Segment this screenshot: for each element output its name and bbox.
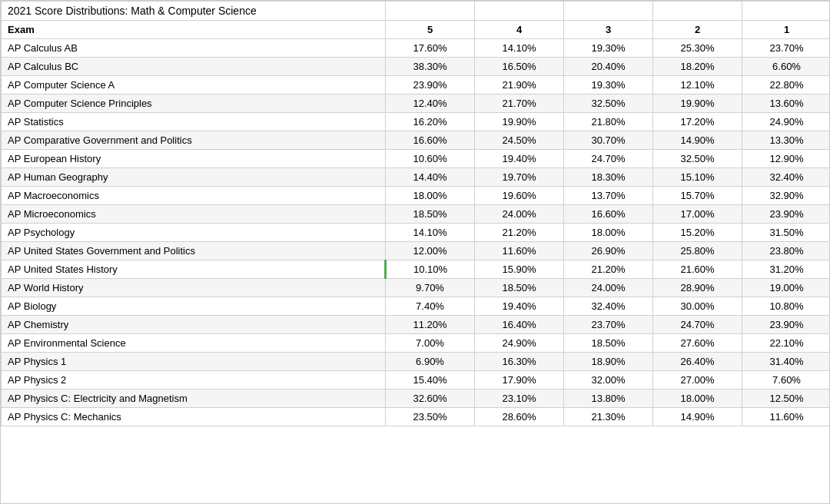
table-row: AP Statistics16.20%19.90%21.80%17.20%24.… [2, 113, 831, 131]
table-row: AP Environmental Science7.00%24.90%18.50… [2, 334, 831, 353]
exam-cell: AP Chemistry [2, 316, 386, 334]
exam-cell: AP Computer Science A [2, 76, 386, 94]
score-4-cell: 23.10% [475, 390, 564, 408]
score-2-cell: 21.60% [653, 260, 742, 279]
score-5-cell: 10.10% [386, 260, 475, 279]
table-row: AP Biology7.40%19.40%32.40%30.00%10.80% [2, 297, 831, 316]
score-4-cell: 18.50% [475, 279, 564, 297]
score-5-cell: 10.60% [386, 150, 475, 168]
score-3-cell: 13.70% [564, 187, 653, 205]
table-row: AP Calculus AB17.60%14.10%19.30%25.30%23… [2, 39, 831, 58]
score3-header: 3 [564, 21, 653, 39]
score-1-cell: 6.60% [742, 58, 831, 76]
score-4-cell: 16.30% [475, 353, 564, 371]
score-4-cell: 16.50% [475, 58, 564, 76]
score-4-cell: 24.00% [475, 205, 564, 224]
table-row: AP United States Government and Politics… [2, 242, 831, 260]
exam-cell: AP Psychology [2, 224, 386, 242]
exam-header: Exam [2, 21, 386, 39]
exam-cell: AP Physics 1 [2, 353, 386, 371]
exam-cell: AP Human Geography [2, 168, 386, 187]
score-2-cell: 30.00% [653, 297, 742, 316]
score-5-cell: 7.40% [386, 297, 475, 316]
score-2-cell: 15.70% [653, 187, 742, 205]
title-spacer-2 [653, 2, 742, 21]
score-1-cell: 23.70% [742, 39, 831, 58]
score-3-cell: 16.60% [564, 205, 653, 224]
score-5-cell: 23.50% [386, 408, 475, 426]
table-row: AP Physics 16.90%16.30%18.90%26.40%31.40… [2, 353, 831, 371]
table-row: AP Psychology14.10%21.20%18.00%15.20%31.… [2, 224, 831, 242]
score-2-cell: 15.10% [653, 168, 742, 187]
score-3-cell: 30.70% [564, 131, 653, 150]
score-3-cell: 24.00% [564, 279, 653, 297]
score-1-cell: 24.90% [742, 113, 831, 131]
table-row: AP Human Geography14.40%19.70%18.30%15.1… [2, 168, 831, 187]
table-body: AP Calculus AB17.60%14.10%19.30%25.30%23… [2, 39, 831, 426]
score1-header: 1 [742, 21, 831, 39]
score-4-cell: 19.40% [475, 150, 564, 168]
exam-cell: AP Physics C: Electricity and Magnetism [2, 390, 386, 408]
score-5-cell: 14.40% [386, 168, 475, 187]
title-spacer-1 [742, 2, 831, 21]
title-row: 2021 Score Distributions: Math & Compute… [2, 2, 831, 21]
score-5-cell: 15.40% [386, 371, 475, 390]
score-4-cell: 21.20% [475, 224, 564, 242]
exam-cell: AP Computer Science Principles [2, 94, 386, 113]
score-2-cell: 15.20% [653, 224, 742, 242]
score-1-cell: 32.40% [742, 168, 831, 187]
score-5-cell: 11.20% [386, 316, 475, 334]
score-4-cell: 21.70% [475, 94, 564, 113]
table-row: AP Chemistry11.20%16.40%23.70%24.70%23.9… [2, 316, 831, 334]
score-3-cell: 21.20% [564, 260, 653, 279]
exam-cell: AP Microeconomics [2, 205, 386, 224]
score-1-cell: 19.00% [742, 279, 831, 297]
table-title: 2021 Score Distributions: Math & Compute… [2, 2, 386, 21]
main-container: 2021 Score Distributions: Math & Compute… [0, 0, 830, 504]
exam-cell: AP Statistics [2, 113, 386, 131]
score-2-cell: 24.70% [653, 316, 742, 334]
score-4-cell: 19.90% [475, 113, 564, 131]
exam-cell: AP Calculus AB [2, 39, 386, 58]
score-1-cell: 13.60% [742, 94, 831, 113]
score-2-cell: 25.30% [653, 39, 742, 58]
score-2-cell: 14.90% [653, 131, 742, 150]
score-5-cell: 6.90% [386, 353, 475, 371]
score-2-cell: 25.80% [653, 242, 742, 260]
score-1-cell: 32.90% [742, 187, 831, 205]
score-4-cell: 21.90% [475, 76, 564, 94]
score-5-cell: 32.60% [386, 390, 475, 408]
exam-cell: AP European History [2, 150, 386, 168]
score-1-cell: 10.80% [742, 297, 831, 316]
score-5-cell: 7.00% [386, 334, 475, 353]
score-1-cell: 22.80% [742, 76, 831, 94]
score-2-cell: 28.90% [653, 279, 742, 297]
score-2-cell: 18.00% [653, 390, 742, 408]
exam-cell: AP Comparative Government and Politics [2, 131, 386, 150]
title-spacer-3 [564, 2, 653, 21]
score-5-cell: 16.20% [386, 113, 475, 131]
score-5-cell: 38.30% [386, 58, 475, 76]
score-4-cell: 19.40% [475, 297, 564, 316]
score-3-cell: 19.30% [564, 39, 653, 58]
table-row: AP Comparative Government and Politics16… [2, 131, 831, 150]
score-2-cell: 14.90% [653, 408, 742, 426]
score-4-cell: 24.90% [475, 334, 564, 353]
score-3-cell: 18.90% [564, 353, 653, 371]
score-3-cell: 24.70% [564, 150, 653, 168]
score-1-cell: 13.30% [742, 131, 831, 150]
score-3-cell: 19.30% [564, 76, 653, 94]
table-row: AP World History9.70%18.50%24.00%28.90%1… [2, 279, 831, 297]
score-1-cell: 31.50% [742, 224, 831, 242]
score-4-cell: 16.40% [475, 316, 564, 334]
score-3-cell: 26.90% [564, 242, 653, 260]
score-1-cell: 12.50% [742, 390, 831, 408]
exam-cell: AP United States History [2, 260, 386, 279]
score-1-cell: 31.40% [742, 353, 831, 371]
score5-header: 5 [386, 21, 475, 39]
score-4-cell: 28.60% [475, 408, 564, 426]
score-4-cell: 19.60% [475, 187, 564, 205]
score-2-cell: 32.50% [653, 150, 742, 168]
score-1-cell: 23.80% [742, 242, 831, 260]
score-2-cell: 26.40% [653, 353, 742, 371]
